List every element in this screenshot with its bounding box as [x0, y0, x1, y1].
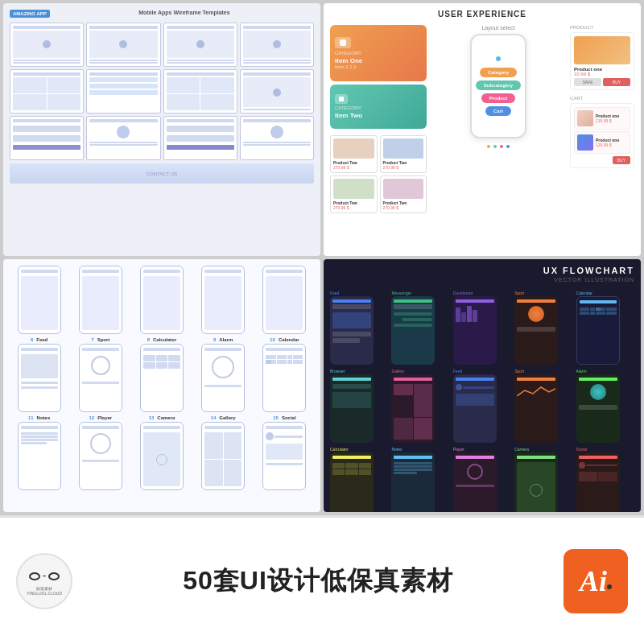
sport-circle: [91, 356, 110, 375]
social-post-img: [266, 444, 303, 460]
subcategory-btn[interactable]: Subcategory: [476, 80, 521, 90]
note-line: [21, 432, 58, 435]
wf-password-field: [167, 135, 234, 142]
product-btn[interactable]: Product: [481, 93, 516, 103]
panel1-title: Mobile Apps Wireframe Templates: [55, 10, 314, 18]
wf-card-gallery: [10, 69, 84, 114]
card-icon: [340, 39, 346, 46]
mini-phone-top-3: [140, 266, 184, 334]
wf-user-avatar: [270, 126, 283, 138]
sport-line: [82, 382, 119, 384]
dp-social-user: [579, 462, 617, 469]
dark-phone-player: [453, 452, 497, 512]
dot-1: [487, 145, 490, 148]
wf-card-title-bar: [13, 26, 80, 29]
phone-item-top-4: [194, 266, 253, 334]
phone-num-9: 9: [213, 337, 216, 342]
dp-row: [332, 332, 371, 336]
wf-profile-icon: [119, 40, 127, 48]
dp-key: [332, 463, 345, 469]
phone-item-top-2: [71, 266, 130, 334]
dark-label-sport: Sport: [514, 291, 572, 295]
cart-item-2: Product one 129.99 $: [574, 131, 630, 154]
dp-bar-gallery2: [394, 378, 432, 381]
cart-btn[interactable]: Cart: [485, 106, 511, 116]
bridge: [43, 576, 46, 576]
dp-player-disc: [467, 464, 483, 480]
top-mini-phones: [10, 266, 314, 334]
cal-cell: [282, 355, 287, 359]
dp-cal-cell: [601, 308, 605, 311]
save-btn[interactable]: SAVE: [574, 78, 601, 86]
sport-bar: [82, 348, 119, 351]
cal-cell: [287, 355, 292, 359]
mini-bar: [204, 270, 242, 273]
wf-login-field: [167, 126, 234, 132]
ux-right-panel: PRODUCT Product one 10.99 $ SAVE BUY CAR…: [570, 25, 634, 241]
center-phone: Category Subcategory Product Cart: [470, 34, 526, 138]
cal-cell: [271, 360, 276, 364]
category-btn[interactable]: Category: [480, 68, 517, 77]
ux-flow-header: UX FLOWCHART VECTOR ILLUSTRATION: [330, 266, 634, 287]
dp-note-line: [394, 465, 432, 468]
dp-gallery-cell: [394, 418, 413, 440]
dp-cal-cell: [584, 312, 589, 315]
dp-cal-cell: [601, 312, 605, 315]
dp-note-line: [394, 469, 432, 471]
social-bar: [266, 426, 303, 429]
camera-viewfinder: [143, 432, 180, 486]
mini-phone-top-4: [201, 266, 245, 334]
phone-label-calc: Calculator: [153, 337, 176, 342]
dp-img-feed: [332, 312, 371, 328]
card-category-label: CATEGORY: [335, 51, 422, 56]
ux-middle-phone: Layout select Category Subcategory Produ…: [431, 25, 565, 241]
wf-lines: [167, 60, 234, 64]
dark-row-1: Feed Messenger: [330, 291, 634, 365]
dark-phone-feed2: [453, 374, 497, 443]
dp-bar-alarm: [579, 378, 617, 381]
cal-cell: [282, 360, 287, 364]
mini-bar: [21, 270, 58, 273]
phone-label-sport: Sport: [97, 337, 110, 342]
product-section-label: PRODUCT: [570, 25, 634, 30]
calendar-label-row: 10 Calendar: [270, 337, 299, 342]
phone-label-player: Player: [97, 415, 112, 420]
camera-phone: [140, 422, 184, 490]
dark-label-camera: Camera: [514, 447, 572, 452]
dp-row: [517, 327, 555, 332]
dark-phone-container-browser: Browser: [330, 369, 388, 443]
dp-social-name: [586, 464, 617, 466]
calendar-phone: [262, 344, 306, 412]
panel-ux: USER EXPERIENCE CATEGORY Item One Item 1…: [324, 3, 641, 256]
wf-msg-line: [89, 77, 157, 82]
dp-bar-social: [579, 456, 617, 459]
panel-ux-flowchart: UX FLOWCHART VECTOR ILLUSTRATION Feed: [324, 259, 641, 512]
feed-img: [21, 354, 58, 378]
dark-label-feed: Feed: [330, 291, 388, 295]
phone-label-camera: Camera: [157, 415, 175, 420]
gallery-bar: [204, 426, 242, 429]
wf-lines: [243, 60, 311, 64]
player-progress: [82, 460, 119, 462]
phone-calendar: 10 Calendar: [255, 337, 314, 412]
cart-item-price: 219.99 $: [596, 118, 627, 123]
cart-item-img-1: [577, 110, 593, 126]
dp-bar-messenger: [394, 299, 432, 303]
phone-label-alarm: Alarm: [219, 337, 233, 342]
panel-wireframe-flow: 6 Feed: [3, 259, 320, 512]
wf-lines: [89, 142, 157, 146]
camera-lens: [156, 454, 167, 465]
cart-buy-btn[interactable]: BUY: [613, 156, 630, 164]
dark-phone-calc: [330, 452, 374, 512]
alarm-line: [204, 385, 242, 387]
cart-item-2-price: 129.99 $: [596, 142, 627, 147]
wf-card-settings: [163, 23, 237, 67]
wf-line: [89, 142, 157, 143]
buy-now-btn[interactable]: BUY: [603, 78, 630, 86]
glasses-shape: [29, 572, 60, 580]
wf-card-img: [13, 31, 80, 58]
notes-phone: [18, 422, 61, 490]
wf-avatar: [117, 126, 130, 138]
dp-cal-cell: [590, 308, 595, 311]
wf-home-icon: [43, 40, 51, 48]
